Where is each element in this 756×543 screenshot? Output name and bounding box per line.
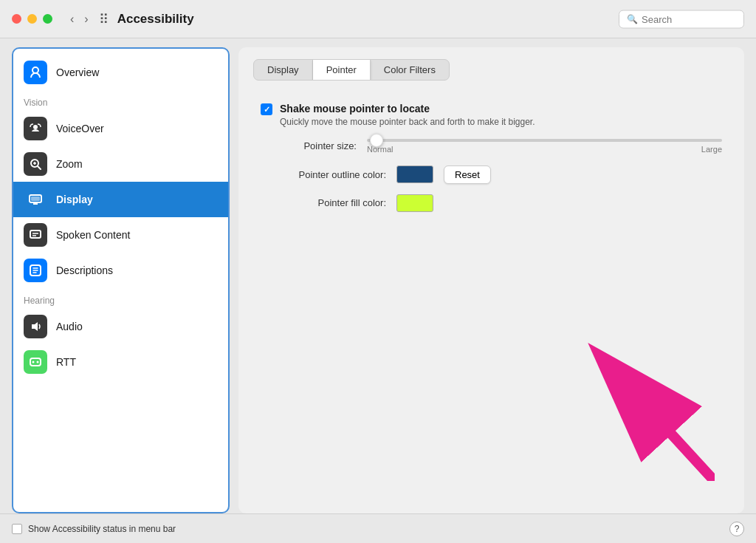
pointer-size-row: Pointer size: Normal Large (261, 139, 722, 154)
bottom-checkbox-row: Show Accessibility status in menu bar (12, 524, 176, 534)
search-bar[interactable]: 🔍 (619, 10, 744, 28)
fill-color-swatch[interactable] (396, 194, 433, 212)
window-controls (12, 14, 52, 24)
descriptions-icon (24, 259, 47, 282)
back-button[interactable]: ‹ (67, 11, 77, 27)
search-input[interactable] (642, 13, 736, 24)
bottom-bar: Show Accessibility status in menu bar ? (0, 513, 756, 543)
pointer-size-thumb[interactable] (370, 134, 383, 147)
fill-color-label: Pointer fill color: (261, 197, 386, 208)
nav-arrows: ‹ › (67, 11, 92, 27)
maximize-button[interactable] (43, 14, 52, 24)
slider-labels: Normal Large (367, 145, 722, 154)
sidebar-item-audio[interactable]: Audio (13, 309, 228, 344)
search-icon: 🔍 (627, 14, 638, 24)
display-icon (24, 188, 47, 211)
shake-pointer-title: Shake mouse pointer to locate (280, 103, 535, 115)
shake-pointer-checkbox[interactable] (261, 103, 272, 115)
svg-point-16 (32, 361, 35, 363)
main-panel: Display Pointer Color Filters Shake mous… (238, 47, 744, 513)
content-area: Overview Vision VoiceOver (0, 38, 756, 513)
settings-content: Shake mouse pointer to locate Quickly mo… (253, 95, 729, 230)
svg-rect-9 (31, 197, 40, 201)
sidebar-item-overview[interactable]: Overview (13, 55, 228, 90)
sidebar-item-zoom[interactable]: Zoom (13, 146, 228, 182)
svg-rect-10 (30, 230, 41, 238)
sidebar-item-descriptions[interactable]: Descriptions (13, 253, 228, 288)
outline-color-swatch[interactable] (396, 165, 433, 183)
outline-color-row: Pointer outline color: Reset (261, 165, 722, 184)
tab-color-filters[interactable]: Color Filters (371, 60, 449, 80)
minimize-button[interactable] (27, 14, 37, 24)
zoom-icon (24, 152, 47, 176)
spoken-content-icon (24, 223, 47, 247)
svg-line-3 (38, 166, 41, 169)
forward-button[interactable]: › (81, 11, 91, 27)
sidebar-item-display[interactable]: Display (13, 182, 228, 217)
slider-max-label: Large (701, 145, 722, 154)
arrow-annotation (567, 333, 715, 484)
pointer-size-track (367, 139, 722, 142)
title-bar: ‹ › ⠿ Accessibility 🔍 (0, 0, 756, 38)
pointer-size-label: Pointer size: (261, 140, 357, 151)
overview-label: Overview (56, 66, 99, 78)
voiceover-icon (24, 117, 47, 140)
outline-color-label: Pointer outline color: (261, 169, 386, 180)
status-bar-checkbox[interactable] (12, 524, 22, 534)
svg-point-0 (32, 67, 38, 73)
fill-color-row: Pointer fill color: (261, 194, 722, 212)
descriptions-label: Descriptions (56, 264, 113, 276)
audio-label: Audio (56, 321, 83, 332)
audio-icon (24, 315, 47, 338)
voiceover-label: VoiceOver (56, 123, 104, 134)
grid-button[interactable]: ⠿ (99, 11, 109, 27)
slider-min-label: Normal (367, 145, 393, 154)
reset-button[interactable]: Reset (444, 165, 491, 184)
vision-section-label: Vision (13, 90, 228, 111)
svg-point-17 (37, 361, 39, 363)
status-bar-label: Show Accessibility status in menu bar (28, 524, 176, 534)
svg-marker-14 (32, 322, 38, 331)
sidebar-item-voiceover[interactable]: VoiceOver (13, 111, 228, 146)
tab-display[interactable]: Display (254, 60, 313, 80)
svg-line-19 (630, 389, 711, 477)
hearing-section-label: Hearing (13, 288, 228, 309)
pointer-size-slider-container: Normal Large (367, 139, 722, 154)
tab-bar: Display Pointer Color Filters (253, 59, 450, 81)
main-content: Overview Vision VoiceOver (0, 38, 756, 543)
zoom-label: Zoom (56, 158, 83, 170)
rtt-icon (24, 350, 47, 374)
window-title: Accessibility (117, 12, 194, 27)
display-label: Display (56, 194, 93, 205)
shake-pointer-text: Shake mouse pointer to locate Quickly mo… (280, 103, 535, 129)
overview-icon (24, 61, 47, 84)
svg-point-1 (33, 125, 38, 129)
sidebar-item-rtt[interactable]: RTT (13, 344, 228, 380)
help-button[interactable]: ? (729, 522, 744, 536)
shake-pointer-desc: Quickly move the mouse pointer back and … (280, 116, 535, 129)
rtt-label: RTT (56, 356, 76, 368)
shake-pointer-row: Shake mouse pointer to locate Quickly mo… (261, 103, 722, 129)
spoken-content-label: Spoken Content (56, 229, 130, 241)
sidebar-scroll[interactable]: Overview Vision VoiceOver (13, 49, 228, 512)
tab-pointer[interactable]: Pointer (313, 60, 371, 80)
sidebar-item-spoken-content[interactable]: Spoken Content (13, 217, 228, 253)
svg-rect-15 (30, 358, 41, 366)
close-button[interactable] (12, 14, 21, 24)
sidebar: Overview Vision VoiceOver (12, 47, 230, 513)
